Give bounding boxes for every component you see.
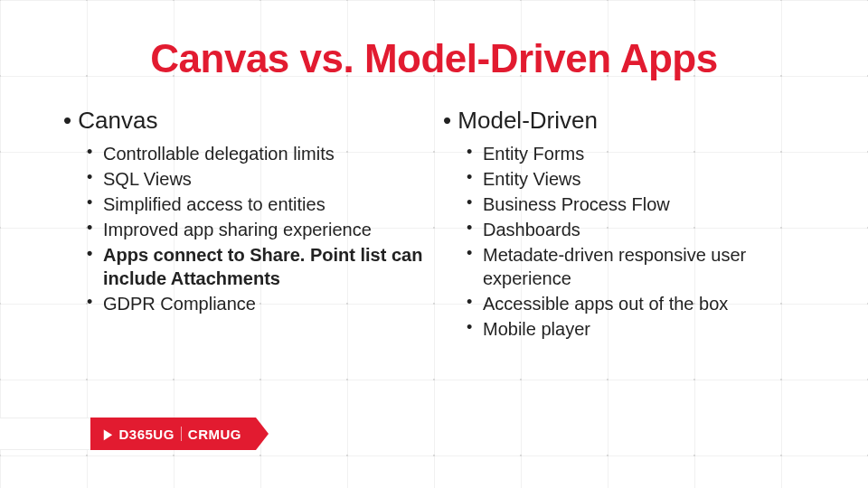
list-item: Entity Forms bbox=[483, 142, 805, 165]
list-item: GDPR Compliance bbox=[103, 292, 425, 315]
list-item: SQL Views bbox=[103, 167, 425, 191]
list-item: Business Process Flow bbox=[483, 192, 805, 216]
column-left: Canvas Controllable delegation limitsSQL… bbox=[63, 107, 425, 343]
column-right-heading: Model-Driven bbox=[443, 107, 805, 135]
column-right-list: Entity FormsEntity ViewsBusiness Process… bbox=[443, 142, 805, 341]
list-item: Metadate-driven responsive user experien… bbox=[483, 243, 805, 290]
list-item: Dashboards bbox=[483, 218, 805, 241]
slide-title: Canvas vs. Model-Driven Apps bbox=[54, 36, 814, 81]
column-left-heading: Canvas bbox=[63, 107, 425, 135]
chevron-right-icon: ▶ bbox=[104, 427, 112, 441]
footer-badge-tail bbox=[0, 418, 90, 450]
footer-badge: ▶ D365UG CRMUG bbox=[0, 418, 269, 450]
list-item: Entity Views bbox=[483, 167, 805, 191]
footer-badge-main: ▶ D365UG CRMUG bbox=[90, 418, 256, 450]
footer-badge-left-text: D365UG bbox=[119, 427, 175, 442]
columns: Canvas Controllable delegation limitsSQL… bbox=[54, 107, 814, 343]
list-item: Controllable delegation limits bbox=[103, 142, 425, 165]
column-left-list: Controllable delegation limitsSQL ViewsS… bbox=[63, 142, 425, 315]
list-item: Mobile player bbox=[483, 317, 805, 341]
footer-badge-notch bbox=[256, 418, 269, 450]
list-item: Accessible apps out of the box bbox=[483, 292, 805, 315]
list-item: Apps connect to Share. Point list can in… bbox=[103, 243, 425, 290]
column-right: Model-Driven Entity FormsEntity ViewsBus… bbox=[443, 107, 805, 343]
footer-badge-right-text: CRMUG bbox=[188, 427, 241, 442]
list-item: Simplified access to entities bbox=[103, 192, 425, 216]
footer-badge-divider bbox=[181, 427, 182, 441]
slide: Canvas vs. Model-Driven Apps Canvas Cont… bbox=[0, 0, 868, 488]
list-item: Improved app sharing experience bbox=[103, 218, 425, 241]
